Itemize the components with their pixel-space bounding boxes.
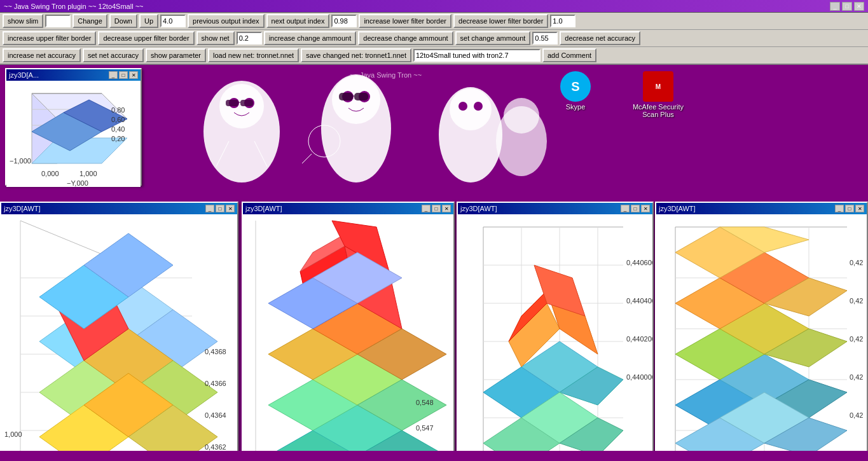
show-param-button[interactable]: show parameter	[146, 48, 206, 62]
svg-text:0,40: 0,40	[111, 125, 125, 133]
up-value-input[interactable]	[160, 15, 186, 27]
chart3-minimize[interactable]: _	[621, 205, 630, 212]
svg-text:0,547: 0,547	[416, 424, 434, 432]
svg-text:1,000: 1,000	[4, 430, 22, 438]
inc-net-acc-button[interactable]: increase net accuracy	[3, 48, 81, 62]
small-3d-title: jzy3D[A...	[9, 71, 39, 79]
desktop: ~~ Java Swing Tron ~~ S Skype M McAfee S…	[0, 65, 868, 451]
svg-text:~~ Java Swing Tron ~~: ~~ Java Swing Tron ~~	[350, 71, 422, 79]
mcafee-icon-image: M	[643, 71, 673, 102]
chart3-close[interactable]: ✕	[641, 205, 650, 212]
set-change-button[interactable]: set change ammount	[455, 31, 531, 45]
main-title-bar: ~~ Java Swing Tron plugin ~~ 12to4Small …	[0, 0, 868, 13]
chart1-title: jzy3D[AWT]	[4, 205, 41, 212]
next-output-value-input[interactable]	[331, 15, 357, 27]
small-3d-maximize[interactable]: □	[119, 71, 128, 79]
svg-text:0,440600: 0,440600	[626, 259, 652, 266]
set-net-acc-button[interactable]: set net accuracy	[83, 48, 144, 62]
chart3-controls: _ □ ✕	[621, 205, 650, 212]
chart2-title: jzy3D[AWT]	[245, 205, 282, 212]
chart1-minimize[interactable]: _	[205, 205, 214, 212]
dec-lower-filter-button[interactable]: decrease lower filter border	[453, 14, 548, 28]
chart2-restore[interactable]: □	[432, 205, 441, 212]
svg-rect-5	[226, 100, 238, 106]
svg-rect-6	[240, 100, 253, 106]
svg-point-2	[219, 84, 264, 128]
chart1-title-bar: jzy3D[AWT] _ □ ✕	[1, 203, 237, 214]
window-title: ~~ Java Swing Tron plugin ~~ 12to4Small …	[4, 3, 144, 10]
svg-text:0,440200: 0,440200	[626, 335, 652, 343]
chart3-svg: 0,440600 0,440400 0,440200 0,440000 1,00…	[458, 214, 652, 451]
svg-text:0,42: 0,42	[850, 411, 863, 419]
down-button[interactable]: Down	[109, 14, 137, 28]
svg-text:0,440400: 0,440400	[626, 297, 652, 305]
maximize-button[interactable]: □	[842, 2, 852, 11]
small-3d-close[interactable]: ✕	[129, 71, 138, 79]
skype-icon-desktop[interactable]: S Skype	[550, 71, 601, 111]
svg-text:0,42: 0,42	[850, 297, 863, 305]
mcafee-icon-desktop[interactable]: M McAfee Security Scan Plus	[633, 71, 684, 118]
chart1-window: jzy3D[AWT] _ □ ✕	[0, 202, 238, 451]
svg-text:−Y,000: −Y,000	[67, 179, 88, 187]
add-comment-button[interactable]: add Comment	[542, 48, 596, 62]
chart4-window: jzy3D[AWT] _ □ ✕	[655, 202, 868, 451]
chart2-content: 0,548 0,547 0,546 0,545 −1,000 0,000 1,0…	[243, 214, 453, 451]
inc-change-button[interactable]: increase change ammount	[264, 31, 357, 45]
chart2-svg: 0,548 0,547 0,546 0,545 −1,000 0,000 1,0…	[243, 214, 453, 451]
dec-lower-value-input[interactable]	[550, 15, 575, 27]
small-3d-title-bar: jzy3D[A... _ □ ✕	[6, 69, 141, 81]
load-net-button[interactable]: load new net: tronnet.nnet	[208, 48, 299, 62]
slim-input[interactable]	[45, 15, 71, 27]
chart4-restore[interactable]: □	[845, 205, 854, 212]
set-change-input[interactable]	[532, 32, 558, 45]
chart3-title: jzy3D[AWT]	[460, 205, 497, 212]
title-bar-controls: _ □ ✕	[830, 2, 864, 11]
change-button[interactable]: Change	[72, 14, 107, 28]
comment-input[interactable]	[413, 49, 541, 62]
svg-text:0,42: 0,42	[850, 259, 863, 266]
small-3d-chart-svg: 0,80 0,60 0,40 0,20 −1,000 0,000 1,000 −…	[6, 81, 141, 187]
chart3-restore[interactable]: □	[631, 205, 640, 212]
chart2-title-bar: jzy3D[AWT] _ □ ✕	[243, 203, 453, 214]
chart2-controls: _ □ ✕	[422, 205, 451, 212]
chart4-svg: 0,42 0,42 0,42 0,42 0,42 0,42 0,42 −2,00…	[656, 214, 867, 451]
close-button[interactable]: ✕	[854, 2, 864, 11]
inc-lower-filter-button[interactable]: increase lower filter border	[359, 14, 451, 28]
toolbar-row-1: show slim Change Down Up previous output…	[0, 13, 868, 30]
save-net-button[interactable]: save changed net: tronnet1.nnet	[301, 48, 411, 62]
chart2-close[interactable]: ✕	[442, 205, 451, 212]
chart4-minimize[interactable]: _	[835, 205, 844, 212]
chart3-content: 0,440600 0,440400 0,440200 0,440000 1,00…	[458, 214, 652, 451]
chart1-content: 0,4368 0,4366 0,4364 0,4362 0,4360 0,435…	[1, 214, 237, 451]
chart1-close[interactable]: ✕	[226, 205, 235, 212]
show-net-input[interactable]	[237, 32, 262, 45]
next-output-button[interactable]: next output index	[266, 14, 330, 28]
dec-upper-filter-button[interactable]: decrease upper filter border	[98, 31, 194, 45]
chart1-restore[interactable]: □	[216, 205, 224, 212]
prev-output-button[interactable]: previous output index	[188, 14, 265, 28]
svg-text:0,000: 0,000	[41, 170, 59, 177]
svg-text:0,4364: 0,4364	[205, 411, 226, 419]
chart4-close[interactable]: ✕	[855, 205, 864, 212]
small-3d-window: jzy3D[A... _ □ ✕	[5, 68, 142, 186]
show-net-button[interactable]: show net	[196, 31, 235, 45]
wallpaper-graphic: ~~ Java Swing Tron ~~	[127, 65, 585, 198]
minimize-button[interactable]: _	[830, 2, 840, 11]
skype-icon-image: S	[560, 71, 591, 102]
svg-text:0,42: 0,42	[850, 450, 863, 451]
svg-text:0,20: 0,20	[111, 135, 125, 142]
toolbar-row-3: increase net accuracy set net accuracy s…	[0, 47, 868, 64]
svg-text:0,4368: 0,4368	[205, 348, 226, 355]
chart2-minimize[interactable]: _	[422, 205, 431, 212]
toolbar-area: show slim Change Down Up previous output…	[0, 13, 868, 65]
chart3-title-bar: jzy3D[AWT] _ □ ✕	[458, 203, 652, 214]
inc-upper-filter-button[interactable]: increase upper filter border	[3, 31, 96, 45]
up-button[interactable]: Up	[139, 14, 158, 28]
small-3d-minimize[interactable]: _	[109, 71, 118, 79]
dec-change-button[interactable]: decrease change ammount	[358, 31, 453, 45]
svg-text:0,546: 0,546	[416, 450, 434, 451]
chart4-controls: _ □ ✕	[835, 205, 864, 212]
small-3d-content: 0,80 0,60 0,40 0,20 −1,000 0,000 1,000 −…	[6, 81, 141, 187]
dec-net-acc-button[interactable]: decrease net accuracy	[560, 31, 640, 45]
show-slim-button[interactable]: show slim	[3, 14, 43, 28]
